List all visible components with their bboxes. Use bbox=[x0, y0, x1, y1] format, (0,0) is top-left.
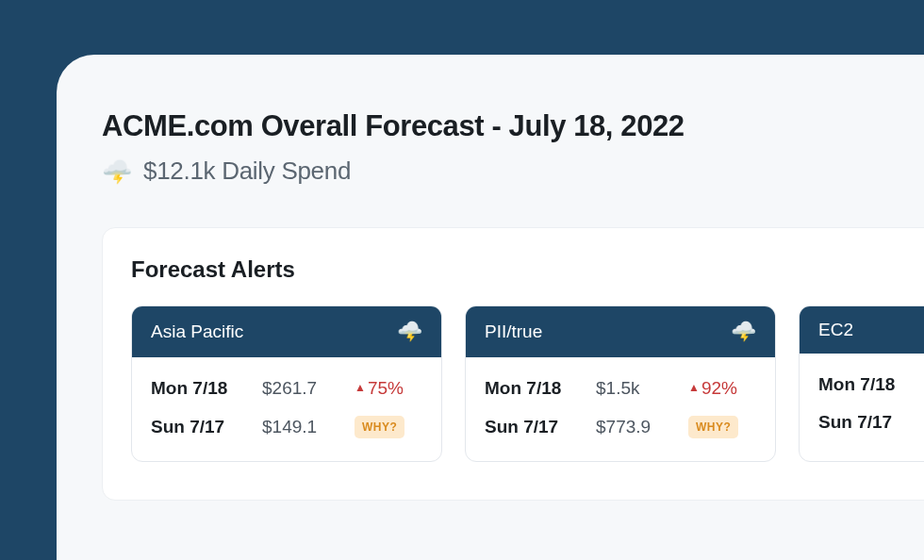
app-backdrop: ACME.com Overall Forecast - July 18, 202… bbox=[0, 0, 924, 560]
alert-body: Mon 7/18 Sun 7/17 bbox=[800, 354, 924, 455]
alert-delta-value: 75% bbox=[368, 378, 404, 399]
main-panel: ACME.com Overall Forecast - July 18, 202… bbox=[57, 55, 924, 560]
alert-date: Mon 7/18 bbox=[818, 374, 913, 395]
page-title: ACME.com Overall Forecast - July 18, 202… bbox=[102, 109, 924, 143]
why-button[interactable]: WHY? bbox=[688, 416, 738, 438]
alert-date: Sun 7/17 bbox=[485, 417, 579, 437]
alert-date: Mon 7/18 bbox=[485, 378, 579, 399]
alert-region-name: PII/true bbox=[485, 321, 542, 342]
alert-delta: ▲ 75% bbox=[355, 378, 404, 399]
up-triangle-icon: ▲ bbox=[688, 381, 700, 394]
storm-icon: 🌩️ bbox=[397, 320, 422, 344]
alert-row-today: Mon 7/18 $261.7 ▲ 75% bbox=[151, 378, 422, 399]
storm-icon: 🌩️ bbox=[731, 320, 756, 344]
alert-amount: $1.5k bbox=[596, 378, 671, 399]
forecast-alerts-title: Forecast Alerts bbox=[131, 256, 912, 283]
alert-region-name: EC2 bbox=[818, 320, 853, 340]
alert-card-asia-pacific[interactable]: Asia Pacific 🌩️ Mon 7/18 $261.7 ▲ 75% bbox=[131, 305, 442, 462]
alert-header: EC2 bbox=[800, 306, 924, 354]
alert-delta-value: 92% bbox=[701, 378, 737, 399]
why-button[interactable]: WHY? bbox=[355, 416, 404, 438]
daily-spend-row: 🌩️ $12.1k Daily Spend bbox=[102, 156, 924, 186]
alert-amount: $773.9 bbox=[596, 417, 671, 437]
alert-row-today: Mon 7/18 bbox=[818, 374, 924, 395]
alert-card-pii-true[interactable]: PII/true 🌩️ Mon 7/18 $1.5k ▲ 92% bbox=[465, 305, 776, 462]
alert-date: Mon 7/18 bbox=[151, 378, 245, 399]
alert-body: Mon 7/18 $261.7 ▲ 75% Sun 7/17 $149.1 WH… bbox=[132, 357, 441, 461]
alert-delta: ▲ 92% bbox=[688, 378, 737, 399]
alert-region-name: Asia Pacific bbox=[151, 321, 243, 342]
alert-header: PII/true 🌩️ bbox=[466, 306, 775, 357]
forecast-alerts-card: Forecast Alerts Asia Pacific 🌩️ Mon 7/18… bbox=[102, 227, 924, 501]
alert-amount: $261.7 bbox=[262, 378, 338, 399]
alert-date: Sun 7/17 bbox=[818, 412, 913, 433]
alert-row-yesterday: Sun 7/17 bbox=[818, 412, 924, 433]
alert-row-yesterday: Sun 7/17 $149.1 WHY? bbox=[151, 416, 422, 438]
alert-amount: $149.1 bbox=[262, 417, 338, 437]
alerts-row: Asia Pacific 🌩️ Mon 7/18 $261.7 ▲ 75% bbox=[131, 305, 924, 462]
alert-card-ec2[interactable]: EC2 Mon 7/18 Sun 7/17 bbox=[799, 305, 924, 462]
alert-body: Mon 7/18 $1.5k ▲ 92% Sun 7/17 $773.9 WHY… bbox=[466, 357, 775, 461]
daily-spend-text: $12.1k Daily Spend bbox=[143, 156, 351, 186]
alert-header: Asia Pacific 🌩️ bbox=[132, 306, 441, 357]
alert-row-today: Mon 7/18 $1.5k ▲ 92% bbox=[485, 378, 756, 399]
alert-row-yesterday: Sun 7/17 $773.9 WHY? bbox=[485, 416, 756, 438]
up-triangle-icon: ▲ bbox=[355, 381, 366, 394]
alert-date: Sun 7/17 bbox=[151, 417, 245, 437]
storm-icon: 🌩️ bbox=[102, 159, 132, 184]
